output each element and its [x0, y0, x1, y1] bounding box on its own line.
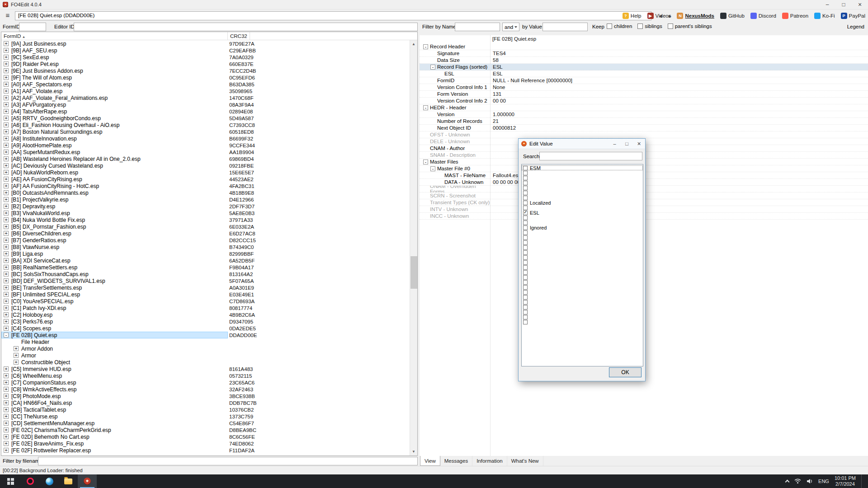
- tree-row[interactable]: +[A5] RRTV_GoodneighborCondo.esp5D49A587: [1, 115, 410, 122]
- expand-icon[interactable]: +: [4, 305, 9, 310]
- checkbox-icon[interactable]: [523, 166, 528, 170]
- tree-row-child[interactable]: File Header: [1, 338, 410, 345]
- taskbar-app-opera-gx[interactable]: [21, 474, 40, 488]
- checkbox-icon[interactable]: [523, 230, 528, 235]
- show-desktop-button[interactable]: [861, 474, 863, 488]
- ok-button[interactable]: OK: [609, 367, 642, 377]
- expand-icon[interactable]: +: [4, 102, 9, 107]
- checkbox-icon[interactable]: [523, 216, 528, 220]
- minimize-button[interactable]: [819, 0, 835, 9]
- flag-row[interactable]: [522, 270, 643, 275]
- tree-row[interactable]: +[C4] Scopes.esp0DA2EDE5: [1, 325, 410, 332]
- tree-row[interactable]: +[A1] AAF_Violate.esp35098965: [1, 88, 410, 94]
- flag-row[interactable]: [522, 195, 643, 200]
- expand-icon[interactable]: +: [4, 278, 9, 283]
- expand-icon[interactable]: +: [14, 353, 19, 358]
- checkbox-icon[interactable]: [523, 196, 528, 200]
- detail-row[interactable]: -HEDR - Header: [420, 104, 868, 111]
- expand-icon[interactable]: +: [4, 272, 9, 277]
- expand-icon[interactable]: +: [4, 68, 9, 73]
- language-indicator[interactable]: ENG: [818, 479, 829, 484]
- flag-row[interactable]: [522, 180, 643, 185]
- column-header-formid[interactable]: FormID: [1, 32, 228, 40]
- tree-row[interactable]: +[A8] InstituteInnovation.espB6699F32: [1, 135, 410, 142]
- expand-icon[interactable]: +: [4, 238, 9, 243]
- tree-row[interactable]: +[B4] Nuka World Bottle Fix.esp37971A33: [1, 216, 410, 223]
- expand-icon[interactable]: +: [4, 48, 9, 53]
- expand-icon[interactable]: +: [4, 380, 9, 385]
- link-patreon[interactable]: Patreon: [782, 13, 808, 19]
- detail-row[interactable]: Version1.000000: [420, 111, 868, 118]
- tree-row[interactable]: +[A2] AAF_Violate_Feral_Animations.esp14…: [1, 94, 410, 101]
- taskbar-app-file-explorer[interactable]: [59, 474, 78, 488]
- checkbox-icon[interactable]: [523, 315, 528, 319]
- flag-row[interactable]: [522, 305, 643, 310]
- expand-icon[interactable]: +: [4, 204, 9, 209]
- checkbox-icon[interactable]: [523, 176, 528, 180]
- expand-icon[interactable]: +: [4, 394, 9, 399]
- expand-icon[interactable]: +: [4, 217, 9, 222]
- expand-icon[interactable]: +: [4, 319, 9, 324]
- detail-row[interactable]: Version Control Info 1None: [420, 84, 868, 91]
- vertical-scrollbar[interactable]: [410, 40, 417, 455]
- expand-icon[interactable]: +: [4, 170, 9, 175]
- checkbox-icon[interactable]: [523, 191, 528, 195]
- checkbox-icon[interactable]: [523, 305, 528, 310]
- expand-icon[interactable]: +: [4, 427, 9, 432]
- tree-row[interactable]: +[CB] TacticalTablet.esp10376CB2: [1, 406, 410, 413]
- detail-row[interactable]: Data Size58: [420, 57, 868, 64]
- detail-row[interactable]: -Record Header: [420, 43, 868, 50]
- tree-row[interactable]: +[C1] Patch Ivy-XDI.esp80817774: [1, 305, 410, 311]
- tree-row[interactable]: +[B8] VtawNurse.espB74349C0: [1, 244, 410, 250]
- tree-row-child[interactable]: +Armor Addon: [1, 345, 410, 352]
- column-header-crc32[interactable]: CRC32: [228, 32, 250, 40]
- checkbox-icon[interactable]: [523, 211, 528, 215]
- collapse-icon[interactable]: -: [423, 160, 428, 164]
- tree-row[interactable]: +[9B] AAF_SEU.espC29EAFBB: [1, 47, 410, 54]
- checkbox-icon[interactable]: [523, 186, 528, 190]
- tree-row[interactable]: +[C9] PhotoMode.esp3BCE938B: [1, 393, 410, 399]
- expand-icon[interactable]: +: [4, 82, 9, 87]
- expand-icon[interactable]: +: [4, 156, 9, 161]
- tree-row[interactable]: +[BE] TransferSettlements.espA0A301E9: [1, 284, 410, 291]
- expand-icon[interactable]: +: [4, 448, 9, 453]
- tree-row[interactable]: +[C2] Holoboy.esp4B9B2C6A: [1, 311, 410, 318]
- expand-icon[interactable]: +: [4, 177, 9, 182]
- collapse-icon[interactable]: -: [423, 105, 428, 110]
- expand-icon[interactable]: +: [4, 434, 9, 439]
- expand-icon[interactable]: +: [4, 129, 9, 134]
- checkbox-icon[interactable]: [523, 181, 528, 185]
- checkbox-icon[interactable]: [523, 275, 528, 280]
- checkbox-icon[interactable]: [637, 23, 643, 29]
- dialog-close-button[interactable]: [633, 139, 645, 149]
- detail-row[interactable]: Form Version131: [420, 91, 868, 98]
- tree-row[interactable]: +[BB] RealNameSettlers.espF9B04A17: [1, 264, 410, 271]
- expand-icon[interactable]: +: [4, 143, 9, 148]
- expand-icon[interactable]: +: [4, 366, 9, 371]
- tree-row[interactable]: +[BF] Unlimited SPECIAL.espE03E49E1: [1, 291, 410, 298]
- expand-icon[interactable]: +: [4, 373, 9, 378]
- tree-row[interactable]: +[C5] Immersive HUD.esp8161A483: [1, 366, 410, 372]
- expand-icon[interactable]: +: [4, 285, 9, 290]
- tree-row[interactable]: +[B1] ProjectValkyrie.espD4E12966: [1, 196, 410, 203]
- tab-what-s-new[interactable]: What's New: [507, 456, 543, 466]
- checkbox-icon[interactable]: [523, 240, 528, 245]
- link-kofi[interactable]: Ko-Fi: [814, 13, 835, 19]
- tree-row[interactable]: +[A9] AlootHomePlate.esp9CCFE344: [1, 142, 410, 149]
- checkbox-icon[interactable]: [523, 235, 528, 240]
- checkbox-icon[interactable]: [523, 310, 528, 314]
- expand-icon[interactable]: +: [4, 211, 9, 216]
- expand-icon[interactable]: +: [14, 360, 19, 365]
- tree-row[interactable]: +[B7] GenderRatios.espD82CCC15: [1, 237, 410, 244]
- checkbox-icon[interactable]: [523, 171, 528, 175]
- tree-row[interactable]: +[A3] AFVPurgatory.esp08A3F9A4: [1, 101, 410, 108]
- expand-icon[interactable]: +: [4, 441, 9, 446]
- link-discord[interactable]: Discord: [750, 13, 776, 19]
- flag-row[interactable]: [522, 295, 643, 300]
- start-button[interactable]: [0, 474, 21, 488]
- tree-row[interactable]: -[FE 02B] Quiet.espDDADD00E: [1, 332, 410, 338]
- checkbox-icon[interactable]: [523, 320, 528, 324]
- expand-icon[interactable]: +: [4, 89, 9, 94]
- scroll-up-icon[interactable]: [410, 40, 417, 48]
- flag-row[interactable]: [522, 290, 643, 295]
